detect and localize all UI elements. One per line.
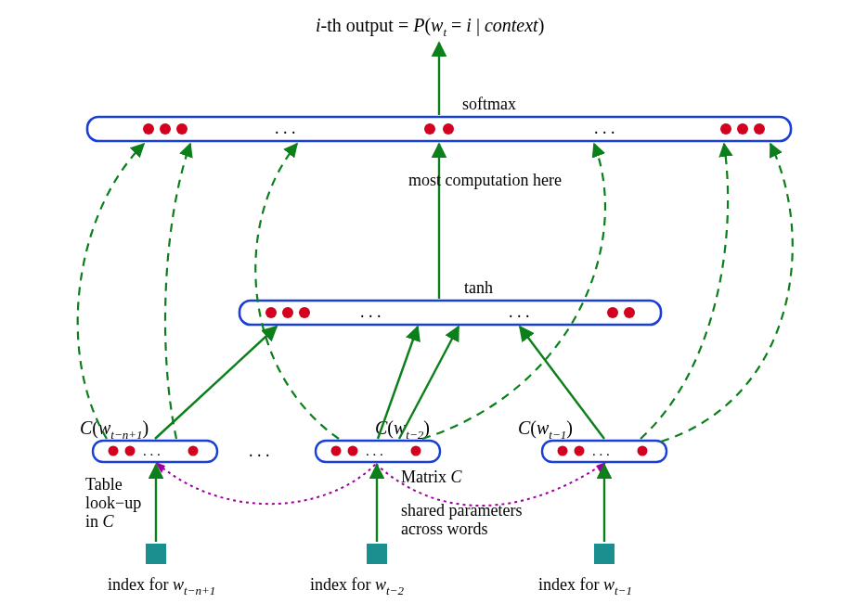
skip-embed3-inner (640, 144, 728, 439)
svg-point-5 (424, 123, 435, 135)
output-title: i-th output = P(wt = i | context) (316, 15, 544, 39)
svg-point-15 (624, 307, 635, 318)
shared-params-curve-left (158, 464, 376, 504)
index-label-3: index for wt−1 (538, 575, 632, 597)
svg-point-8 (737, 123, 748, 135)
softmax-ellipsis-right: . . . (594, 119, 615, 137)
softmax-ellipsis-left: . . . (275, 119, 296, 137)
embedding-box-2: . . . (316, 441, 440, 462)
svg-rect-1 (87, 117, 791, 141)
shared-parameters-label: shared parameters across words (401, 501, 526, 538)
softmax-label: softmax (462, 95, 516, 113)
svg-point-7 (720, 123, 731, 135)
title-P: P (412, 15, 424, 35)
svg-point-9 (754, 123, 765, 135)
svg-point-23 (411, 446, 421, 456)
index-square-3 (594, 544, 615, 564)
most-computation-label: most computation here (408, 171, 562, 189)
svg-point-13 (299, 307, 310, 318)
embed3-label: C(wt−1) (518, 417, 573, 442)
title-w: w (431, 15, 444, 35)
hidden-ellipsis-left: . . . (360, 302, 382, 321)
hidden-layer: . . . . . . (239, 301, 661, 325)
embedding-box-1: . . . (93, 441, 217, 462)
title-suffix: -th output = (321, 15, 414, 36)
embed1-ellipsis: . . . (143, 443, 161, 458)
skip-embed1-inner (165, 144, 190, 439)
matrix-c-label: Matrix C (401, 468, 463, 486)
svg-point-25 (558, 446, 568, 456)
svg-point-21 (331, 446, 342, 456)
svg-point-4 (176, 123, 188, 135)
index-label-2: index for wt−2 (310, 575, 404, 597)
index-label-1: index for wt−n+1 (108, 575, 215, 597)
embed1-label: C(wt−n+1) (80, 417, 149, 442)
svg-point-3 (160, 123, 171, 135)
svg-point-22 (348, 446, 358, 456)
svg-point-26 (575, 446, 585, 456)
embed2-ellipsis: . . . (366, 443, 383, 458)
skip-embed2-left (255, 144, 339, 439)
title-context: context (485, 15, 538, 35)
svg-point-6 (443, 123, 454, 135)
embedding-gap-ellipsis: . . . (249, 442, 270, 460)
hidden-ellipsis-right: . . . (509, 302, 530, 321)
embed3-ellipsis: . . . (592, 443, 610, 458)
svg-point-2 (143, 123, 154, 135)
svg-text:i-th output = P(wt = i | conte: i-th output = P(wt = i | context) (316, 15, 544, 39)
index-square-1 (146, 544, 166, 564)
skip-embed1-outer (78, 144, 144, 439)
softmax-layer: . . . . . . (87, 117, 791, 141)
svg-point-17 (109, 446, 119, 456)
svg-point-12 (282, 307, 293, 318)
tanh-label: tanh (464, 278, 493, 297)
index-square-2 (367, 544, 387, 564)
svg-point-14 (607, 307, 618, 318)
title-close: ) (538, 15, 545, 36)
embedding-box-3: . . . (542, 441, 666, 462)
table-lookup-label: Table look−up in C (85, 475, 146, 531)
svg-point-11 (265, 307, 277, 318)
svg-point-27 (638, 446, 648, 456)
title-bar: | (472, 15, 485, 36)
svg-point-18 (125, 446, 136, 456)
title-eq: = (446, 15, 466, 35)
svg-point-19 (188, 446, 199, 456)
